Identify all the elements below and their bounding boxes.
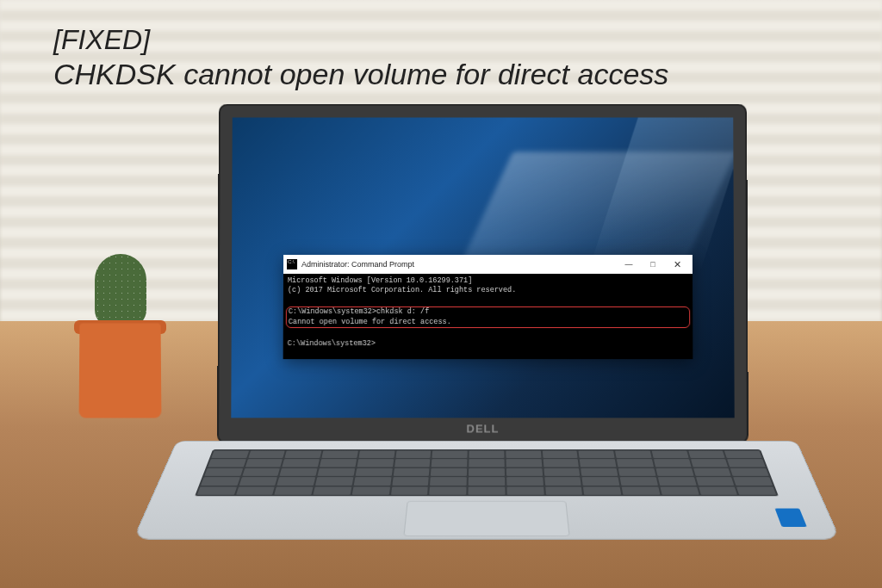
cmd-idle-prompt: C:\Windows\system32> — [288, 339, 689, 349]
headline-tag: [FIXED] — [53, 24, 668, 56]
laptop-trackpad — [403, 501, 569, 536]
headline-title: CHKDSK cannot open volume for direct acc… — [53, 58, 668, 91]
laptop-keyboard — [195, 449, 779, 496]
cmd-copyright-line: (c) 2017 Microsoft Corporation. All righ… — [288, 286, 688, 295]
laptop-base — [133, 441, 841, 540]
laptop-lid: Administrator: Command Prompt — □ ✕ Micr… — [217, 104, 748, 444]
maximize-button[interactable]: □ — [641, 257, 665, 272]
laptop: Administrator: Command Prompt — □ ✕ Micr… — [177, 103, 797, 551]
article-headline: [FIXED] CHKDSK cannot open volume for di… — [53, 24, 668, 91]
window-titlebar[interactable]: Administrator: Command Prompt — □ ✕ — [283, 255, 693, 274]
cmd-version-line: Microsoft Windows [Version 10.0.16299.37… — [288, 276, 688, 286]
window-title-text: Administrator: Command Prompt — [301, 260, 617, 269]
cmd-blank — [288, 296, 688, 306]
close-button[interactable]: ✕ — [665, 257, 689, 272]
cactus-plant — [95, 254, 146, 327]
intel-sticker — [775, 509, 807, 527]
window-controls: — □ ✕ — [617, 257, 689, 272]
error-highlight: C:\Windows\system32>chkdsk d: /f Cannot … — [286, 306, 690, 328]
minimize-button[interactable]: — — [617, 257, 641, 272]
cmd-error-message: Cannot open volume for direct access. — [289, 318, 687, 327]
cmd-icon — [287, 259, 297, 269]
cmd-output-area[interactable]: Microsoft Windows [Version 10.0.16299.37… — [283, 274, 693, 359]
plant-pot — [79, 324, 162, 418]
cmd-chkdsk-command: C:\Windows\system32>chkdsk d: /f — [289, 307, 687, 317]
laptop-screen: Administrator: Command Prompt — □ ✕ Micr… — [231, 118, 734, 418]
command-prompt-window: Administrator: Command Prompt — □ ✕ Micr… — [283, 255, 693, 359]
cmd-blank — [288, 329, 689, 338]
laptop-brand-logo: DELL — [466, 422, 499, 435]
